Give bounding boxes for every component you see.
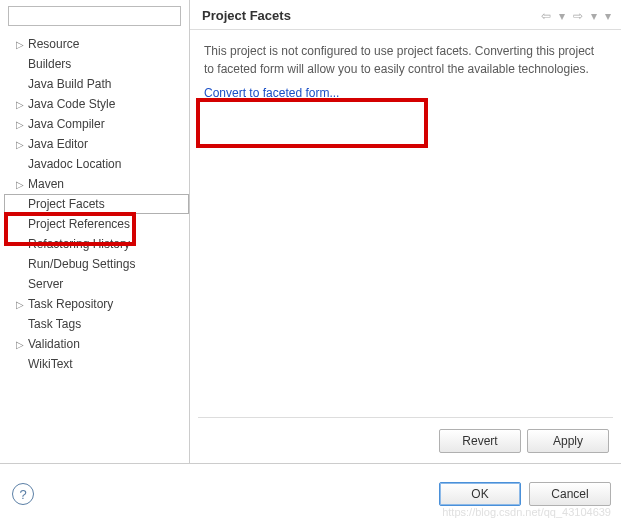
- sidebar-item-label: Java Code Style: [28, 97, 115, 111]
- nav-menu-dropdown-icon[interactable]: ▾: [603, 9, 613, 23]
- sidebar-item-maven[interactable]: ▷Maven: [4, 174, 189, 194]
- revert-button[interactable]: Revert: [439, 429, 521, 453]
- sidebar-item-refactoring-history[interactable]: ▷Refactoring History: [4, 234, 189, 254]
- sidebar-item-label: Builders: [28, 57, 71, 71]
- sidebar-item-java-editor[interactable]: ▷Java Editor: [4, 134, 189, 154]
- sidebar-item-label: Javadoc Location: [28, 157, 121, 171]
- nav-icons: ⇦ ▾ ⇨ ▾ ▾: [539, 9, 613, 23]
- nav-forward-dropdown-icon[interactable]: ▾: [589, 9, 599, 23]
- sidebar-item-project-references[interactable]: ▷Project References: [4, 214, 189, 234]
- sidebar-item-javadoc-location[interactable]: ▷Javadoc Location: [4, 154, 189, 174]
- sidebar-item-wikitext[interactable]: ▷WikiText: [4, 354, 189, 374]
- sidebar-item-label: Java Compiler: [28, 117, 105, 131]
- annotation-highlight-link: [196, 98, 428, 148]
- sidebar-item-label: Project Facets: [28, 197, 105, 211]
- expand-arrow-icon[interactable]: ▷: [14, 179, 26, 190]
- sidebar-item-label: Validation: [28, 337, 80, 351]
- cancel-button[interactable]: Cancel: [529, 482, 611, 506]
- dialog-buttons: OK Cancel: [439, 482, 611, 506]
- tree: ▷Resource▷Builders▷Java Build Path▷Java …: [0, 32, 189, 463]
- sidebar-item-label: Run/Debug Settings: [28, 257, 135, 271]
- sidebar-item-label: Java Editor: [28, 137, 88, 151]
- sidebar-item-builders[interactable]: ▷Builders: [4, 54, 189, 74]
- sidebar-item-validation[interactable]: ▷Validation: [4, 334, 189, 354]
- sidebar: ▷Resource▷Builders▷Java Build Path▷Java …: [0, 0, 190, 463]
- sidebar-item-java-code-style[interactable]: ▷Java Code Style: [4, 94, 189, 114]
- expand-arrow-icon[interactable]: ▷: [14, 139, 26, 150]
- expand-arrow-icon[interactable]: ▷: [14, 119, 26, 130]
- dialog-bottom-bar: ? OK Cancel: [0, 464, 621, 524]
- facets-description: This project is not configured to use pr…: [204, 42, 607, 78]
- sidebar-item-label: Maven: [28, 177, 64, 191]
- sidebar-item-label: WikiText: [28, 357, 73, 371]
- properties-dialog-body: ▷Resource▷Builders▷Java Build Path▷Java …: [0, 0, 621, 464]
- sidebar-item-task-tags[interactable]: ▷Task Tags: [4, 314, 189, 334]
- ok-button[interactable]: OK: [439, 482, 521, 506]
- main-pane: Project Facets ⇦ ▾ ⇨ ▾ ▾ This project is…: [190, 0, 621, 463]
- apply-button[interactable]: Apply: [527, 429, 609, 453]
- sidebar-item-resource[interactable]: ▷Resource: [4, 34, 189, 54]
- main-footer: Revert Apply: [198, 417, 613, 463]
- sidebar-item-label: Project References: [28, 217, 130, 231]
- sidebar-item-label: Resource: [28, 37, 79, 51]
- convert-link[interactable]: Convert to faceted form...: [204, 86, 339, 100]
- page-title: Project Facets: [202, 8, 291, 23]
- sidebar-item-java-compiler[interactable]: ▷Java Compiler: [4, 114, 189, 134]
- expand-arrow-icon[interactable]: ▷: [14, 99, 26, 110]
- sidebar-item-project-facets[interactable]: ▷Project Facets: [4, 194, 189, 214]
- main-header: Project Facets ⇦ ▾ ⇨ ▾ ▾: [190, 0, 621, 30]
- nav-forward-icon[interactable]: ⇨: [571, 9, 585, 23]
- sidebar-item-java-build-path[interactable]: ▷Java Build Path: [4, 74, 189, 94]
- sidebar-item-label: Java Build Path: [28, 77, 111, 91]
- help-icon[interactable]: ?: [12, 483, 34, 505]
- nav-back-icon[interactable]: ⇦: [539, 9, 553, 23]
- sidebar-item-label: Task Repository: [28, 297, 113, 311]
- expand-arrow-icon[interactable]: ▷: [14, 339, 26, 350]
- nav-back-dropdown-icon[interactable]: ▾: [557, 9, 567, 23]
- filter-input[interactable]: [8, 6, 181, 26]
- sidebar-item-label: Refactoring History: [28, 237, 130, 251]
- expand-arrow-icon[interactable]: ▷: [14, 299, 26, 310]
- sidebar-item-run-debug-settings[interactable]: ▷Run/Debug Settings: [4, 254, 189, 274]
- expand-arrow-icon[interactable]: ▷: [14, 39, 26, 50]
- sidebar-item-task-repository[interactable]: ▷Task Repository: [4, 294, 189, 314]
- sidebar-item-label: Server: [28, 277, 63, 291]
- main-body: This project is not configured to use pr…: [190, 30, 621, 114]
- sidebar-item-server[interactable]: ▷Server: [4, 274, 189, 294]
- sidebar-item-label: Task Tags: [28, 317, 81, 331]
